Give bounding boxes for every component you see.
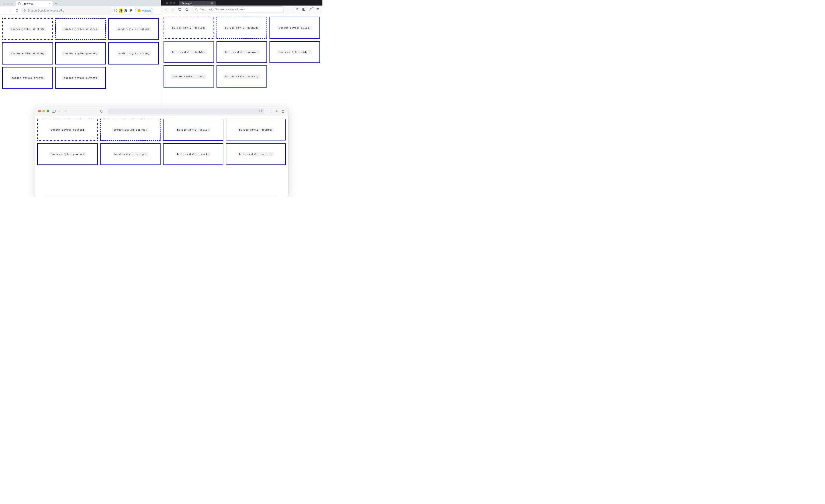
- minimize-window-icon[interactable]: [169, 2, 172, 4]
- safari-window: border-style: dotted; border-style: dash…: [35, 107, 288, 197]
- svg-point-8: [157, 11, 157, 12]
- window-controls[interactable]: [163, 0, 179, 6]
- forward-button[interactable]: [64, 110, 67, 113]
- code-label: border-style: solid;: [277, 25, 312, 30]
- svg-point-6: [157, 9, 157, 10]
- window-controls[interactable]: [2, 3, 16, 6]
- firefox-viewport: border-style: dotted; border-style: dash…: [161, 13, 322, 91]
- browser-tab[interactable]: Prototype ×: [179, 1, 216, 6]
- code-label: border-style: dotted;: [170, 25, 207, 30]
- minimize-window-icon[interactable]: [7, 3, 9, 5]
- back-button[interactable]: [1, 8, 7, 13]
- address-bar[interactable]: Search with Google or enter address: [193, 6, 284, 12]
- extensions-icon[interactable]: [124, 8, 128, 13]
- firefox-window: Prototype × + Search with Google or ente…: [161, 0, 322, 107]
- back-button[interactable]: [59, 110, 61, 113]
- globe-icon: [18, 2, 21, 5]
- reload-button[interactable]: [14, 8, 20, 13]
- svg-point-9: [196, 8, 197, 10]
- profile-chip[interactable]: Paused: [135, 8, 153, 13]
- demo-box-double: border-style: double;: [226, 119, 286, 141]
- new-tab-icon[interactable]: [275, 110, 278, 113]
- demo-box-solid: border-style: solid;: [270, 17, 320, 39]
- privacy-report-icon[interactable]: [100, 110, 103, 113]
- notification-dot-icon: [312, 7, 313, 8]
- reload-button[interactable]: [177, 6, 183, 12]
- address-bar[interactable]: [108, 109, 264, 114]
- demo-box-groove: border-style: groove;: [217, 41, 267, 63]
- avatar-icon: [138, 9, 141, 12]
- demo-box-dotted: border-style: dotted;: [163, 17, 214, 39]
- code-label: border-style: outset;: [62, 76, 99, 80]
- minimize-window-icon[interactable]: [43, 110, 45, 113]
- forward-button[interactable]: [8, 8, 13, 13]
- code-label: border-style: outset;: [237, 152, 274, 156]
- safari-toolbar: [35, 107, 288, 116]
- code-label: border-style: dotted;: [9, 27, 46, 31]
- chrome-tab-strip: Prototype × +: [0, 0, 161, 6]
- forward-button[interactable]: [170, 6, 176, 12]
- close-tab-icon[interactable]: ×: [211, 2, 213, 5]
- demo-box-double: border-style: double;: [163, 41, 214, 63]
- code-label: border-style: ridge;: [113, 152, 148, 156]
- window-controls[interactable]: [38, 110, 49, 113]
- svg-rect-14: [302, 8, 305, 11]
- address-bar[interactable]: G Search Google or type a URL: [21, 7, 113, 14]
- demo-box-outset: border-style: outset;: [55, 67, 106, 89]
- svg-point-16: [310, 8, 311, 9]
- google-icon: G: [23, 9, 25, 12]
- svg-point-7: [157, 10, 157, 11]
- demo-box-double: border-style: double;: [2, 43, 53, 65]
- code-label: border-style: inset;: [175, 152, 211, 156]
- maximize-window-icon[interactable]: [47, 110, 49, 113]
- js-extension-icon[interactable]: JS: [119, 8, 123, 13]
- close-window-icon[interactable]: [3, 3, 6, 5]
- firefox-toolbar: Search with Google or enter address: [161, 6, 322, 13]
- demo-box-inset: border-style: inset;: [2, 67, 53, 89]
- tab-title: Prototype: [22, 2, 33, 5]
- code-label: border-style: groove;: [223, 50, 260, 54]
- library-icon[interactable]: [294, 6, 300, 12]
- demo-box-dashed: border-style: dashed;: [55, 18, 106, 40]
- code-label: border-style: inset;: [171, 74, 206, 79]
- maximize-window-icon[interactable]: [11, 3, 13, 5]
- sidebar-icon[interactable]: [52, 110, 56, 113]
- menu-button[interactable]: [154, 8, 160, 13]
- code-label: border-style: groove;: [49, 152, 86, 156]
- code-label: border-style: ridge;: [116, 51, 151, 56]
- close-tab-icon[interactable]: ×: [48, 2, 50, 6]
- info-icon[interactable]: [114, 8, 118, 13]
- close-window-icon[interactable]: [38, 110, 41, 113]
- svg-line-13: [297, 8, 298, 11]
- menu-button[interactable]: [315, 6, 321, 12]
- demo-box-outset: border-style: outset;: [217, 65, 267, 87]
- account-icon[interactable]: [308, 6, 314, 12]
- share-icon[interactable]: [269, 110, 272, 113]
- close-window-icon[interactable]: [166, 2, 168, 4]
- code-label: border-style: solid;: [116, 27, 151, 31]
- svg-rect-25: [282, 110, 284, 113]
- code-label: border-style: ridge;: [277, 50, 312, 54]
- browser-tab[interactable]: Prototype ×: [16, 1, 53, 6]
- demo-grid: border-style: dotted; border-style: dash…: [2, 18, 159, 89]
- new-tab-button[interactable]: +: [216, 0, 222, 6]
- code-label: border-style: double;: [9, 51, 46, 56]
- reload-icon[interactable]: [259, 110, 262, 113]
- code-label: border-style: double;: [170, 50, 207, 54]
- code-label: border-style: inset;: [10, 76, 45, 80]
- back-button[interactable]: [163, 6, 169, 12]
- demo-box-ridge: border-style: ridge;: [270, 41, 320, 63]
- demo-grid: border-style: dotted; border-style: dash…: [163, 17, 320, 87]
- svg-rect-20: [52, 110, 56, 113]
- demo-box-inset: border-style: inset;: [163, 65, 214, 87]
- tab-title: Prototype: [181, 2, 192, 5]
- maximize-window-icon[interactable]: [173, 2, 175, 4]
- tab-overview-icon[interactable]: [282, 110, 285, 113]
- code-label: border-style: double;: [237, 128, 274, 132]
- sidebar-icon[interactable]: [301, 6, 307, 12]
- demo-box-outset: border-style: outset;: [226, 143, 286, 165]
- new-tab-button[interactable]: +: [53, 1, 59, 6]
- code-label: border-style: solid;: [175, 128, 211, 132]
- home-button[interactable]: [184, 6, 190, 12]
- reading-list-icon[interactable]: [129, 8, 133, 13]
